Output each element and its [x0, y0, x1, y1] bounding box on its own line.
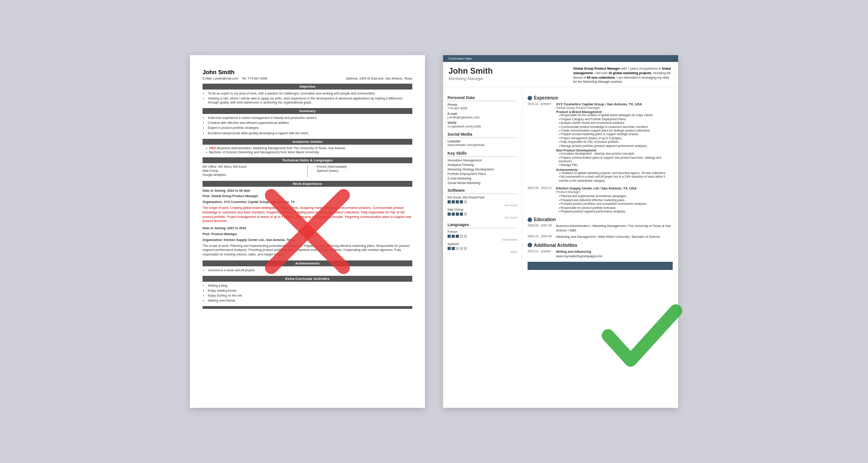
left-contact: E-Mail: j.smith@mail.com Tel: 774-987-40… — [203, 77, 412, 80]
sidebar-personal-title: Personal Data — [448, 95, 517, 101]
work-block-1: Date of Joining: 2010 to till date Post:… — [203, 189, 412, 224]
edu-block-2: 2000-10 - 2004-05 Marketing and Manageme… — [528, 235, 673, 239]
exp-bullet: Communicate product knowledge to custome… — [556, 125, 673, 129]
exp-bullet: Manage P&L. — [556, 163, 673, 167]
right-name: John Smith — [448, 66, 493, 76]
additional-title: Additional Activities — [528, 243, 673, 248]
left-extra-header: Extra Curricular Activities — [203, 276, 412, 282]
skill-item: Analytical Thinking — [448, 163, 517, 166]
left-skills-content: MS Office: MS Word, MS Excel Mail Chimp … — [203, 165, 412, 177]
list-item: • MBA (Business Administration, Marketin… — [206, 146, 412, 150]
list-item: Enjoy reading books. — [208, 288, 412, 293]
list-item: Involved in a stock sell-off project. — [208, 268, 412, 272]
skill-item: E-mail Marketing — [448, 177, 517, 180]
exp-block-2: 2007-09 - 2010-11 Kitchen Supply Center … — [528, 186, 673, 213]
exp-bullet: Planned and implemented promotional camp… — [556, 194, 673, 198]
exp-bullet: Fully responsible for P&L of product por… — [556, 140, 673, 144]
exp-bullet: Create communication support plans for s… — [556, 129, 673, 132]
left-skills-header: Technical Skills & Languages — [203, 157, 412, 163]
skill-item: Innovation Management — [448, 159, 517, 162]
exp-bullet: Project management (teams of up to 5 peo… — [556, 137, 673, 140]
left-achievements-header: Achievements — [203, 260, 412, 266]
exp-bullet: Prepare annual marketing plans to suppor… — [556, 132, 673, 136]
exp-bullet: Manage product portfolio (product segmen… — [556, 144, 673, 148]
exp-bullet: Provided product portfolios and competit… — [556, 202, 673, 206]
left-summary-header: Summary — [203, 108, 412, 114]
left-email: E-Mail: j.smith@mail.com Tel: 774-987-40… — [203, 77, 267, 80]
exp-block-1: 2010-12 - present XYZ Cosmetics Capital … — [528, 102, 673, 183]
right-bottom-bar — [528, 262, 673, 270]
exp-bullet: Prepared and delivered effective marketi… — [556, 198, 673, 202]
left-address: Address: 1905 W East Ave, San Antonio, T… — [346, 77, 412, 80]
left-name: John Smith — [203, 69, 412, 76]
right-intro: Global Group Product Manager with 7 year… — [573, 66, 673, 84]
left-extra-list: Writing a blog. Enjoy reading books. Enj… — [203, 283, 412, 302]
skill-item: Spanish (basic) — [317, 169, 413, 172]
exp-bullet: Responsible for product portfolio foreca… — [556, 206, 673, 210]
list-item: Creative with effective and efficient or… — [208, 121, 412, 125]
software-bar-2 — [448, 213, 517, 216]
left-academic-header: Academic Details — [203, 139, 412, 145]
list-item: To be an expert in my area of work, with… — [208, 91, 412, 95]
edu-block-1: 2005-09 - 2007-05 Business Administratio… — [528, 224, 673, 233]
sidebar-languages-title: Languages — [448, 222, 517, 228]
resume-right: Curriculum Vitae John Smith Marketing Ma… — [443, 55, 678, 408]
work-block-2: Date of Joining: 2007 to 2010 Post: Prod… — [203, 226, 412, 257]
left-objective-list: To be an expert in my area of work, with… — [203, 91, 412, 104]
list-item: Extensive experience in brand management… — [208, 116, 412, 120]
list-item: Making new friends. — [208, 298, 412, 302]
list-item: • Bachelor of Science (Marketing and Man… — [206, 151, 412, 154]
right-body: Personal Data Phone 774-987-4009 E-mail … — [443, 87, 678, 274]
education-title: Education — [528, 217, 673, 222]
sidebar-skills-title: Key Skills — [448, 151, 517, 157]
left-achievements-list: Involved in a stock sell-off project. — [203, 268, 412, 272]
right-sidebar: Personal Data Phone 774-987-4009 E-mail … — [443, 87, 522, 274]
resume-left: John Smith E-Mail: j.smith@mail.com Tel:… — [190, 55, 425, 408]
right-main: Experience 2010-12 - present XYZ Cosmeti… — [522, 87, 678, 274]
skill-item: Marketing Strategy Development — [448, 168, 517, 171]
language-bar-2 — [448, 247, 517, 250]
sidebar-social-title: Social Media — [448, 132, 517, 138]
language-item: French — [448, 230, 517, 233]
skill-item: Portfolio Deployment Plans — [448, 172, 517, 175]
exp-bullet: My involvement in a stock sell-off proje… — [556, 175, 673, 183]
left-summary-list: Extensive experience in brand management… — [203, 116, 412, 135]
list-item: Seeking a role, where I will be able to … — [208, 96, 412, 104]
left-work-header: Work Experience — [203, 181, 412, 187]
list-item: Writing a blog. — [208, 283, 412, 288]
right-top-bar: Curriculum Vitae — [443, 55, 678, 62]
language-bar-1 — [448, 235, 517, 238]
skill-item: MS Office: MS Word, MS Excel — [203, 165, 298, 168]
additional-block: 2012-01 - present Writing and Influencin… — [528, 250, 673, 259]
exp-bullet: Responsible for the creation of global b… — [556, 113, 673, 117]
left-objective-header: Objective — [203, 84, 412, 90]
right-title: Marketing Manager — [448, 76, 493, 81]
exp-bullet: Prepare communication plans to support n… — [556, 156, 673, 164]
software-item: Mail Chimp — [448, 208, 517, 211]
language-item: Spanish — [448, 242, 517, 246]
right-header: John Smith Marketing Manager Global Grou… — [443, 62, 678, 87]
skill-item: Google Analytics — [203, 173, 298, 176]
left-footer-bar — [203, 306, 412, 309]
skill-item: Social Media Marketing — [448, 181, 517, 184]
skill-item: Mail Chimp — [203, 169, 298, 172]
experience-title: Experience — [528, 95, 673, 100]
left-academic-content: • MBA (Business Administration, Marketin… — [203, 146, 412, 154]
list-item: Excellent interpersonal skills quickly d… — [208, 131, 412, 135]
software-bar-1 — [448, 200, 517, 203]
exp-bullet: I finalized 10 global marketing projects… — [556, 171, 673, 175]
exp-bullet: Innovation development - develop new pro… — [556, 152, 673, 156]
skill-item: French (intermediate) — [317, 165, 413, 168]
list-item: Expert in product portfolio strategies. — [208, 126, 412, 130]
exp-bullet: Prepared product segment performance ana… — [556, 210, 673, 213]
exp-bullet: Analyze market trends and recommend solu… — [556, 121, 673, 125]
software-item: MS Excel, MS PowerPoint — [448, 196, 517, 199]
list-item: Enjoy Surfing on the net. — [208, 293, 412, 298]
sidebar-software-title: Software — [448, 188, 517, 194]
exp-bullet: Prepare Category and Portfolio Deploymen… — [556, 118, 673, 121]
